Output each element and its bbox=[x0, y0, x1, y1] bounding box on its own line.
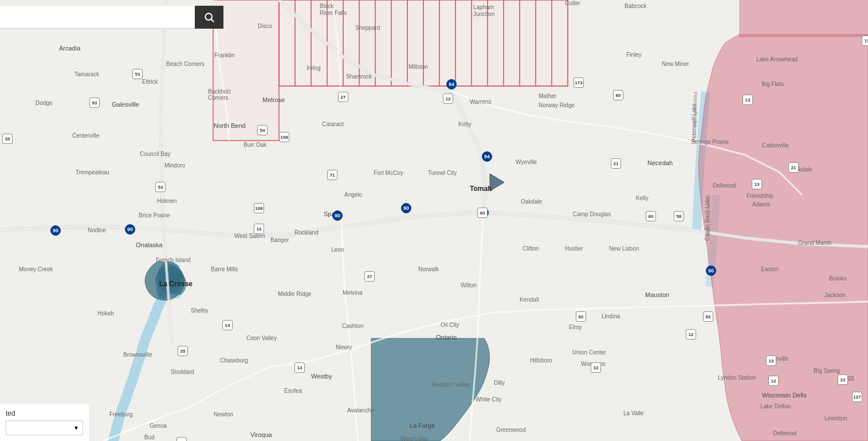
shield-i90-6: 90 bbox=[706, 266, 716, 276]
shield-108-1: 108 bbox=[279, 132, 289, 142]
shield-54: 54 bbox=[257, 125, 268, 135]
svg-rect-18 bbox=[504, 0, 520, 86]
shield-82-2: 82 bbox=[703, 311, 713, 322]
search-box bbox=[0, 6, 223, 29]
shield-14-1: 14 bbox=[222, 320, 233, 330]
svg-rect-19 bbox=[520, 0, 536, 86]
shield-80-2: 80 bbox=[646, 211, 656, 221]
svg-rect-20 bbox=[536, 0, 552, 86]
shield-33: 33 bbox=[591, 362, 601, 373]
svg-point-25 bbox=[169, 272, 186, 295]
svg-marker-27 bbox=[490, 174, 504, 191]
shield-53-1: 53 bbox=[132, 69, 143, 79]
shield-80-1: 80 bbox=[613, 90, 623, 100]
shield-i90-2: 90 bbox=[125, 224, 135, 235]
shield-71: 71 bbox=[327, 170, 337, 180]
shield-14-2: 14 bbox=[294, 362, 305, 373]
shield-12-1: 12 bbox=[443, 93, 453, 104]
shield-60: 60 bbox=[477, 208, 488, 218]
svg-rect-5 bbox=[295, 0, 311, 86]
shield-27-1: 27 bbox=[338, 92, 348, 102]
svg-rect-16 bbox=[472, 0, 488, 86]
search-input[interactable] bbox=[0, 6, 195, 29]
shield-i90-1: 90 bbox=[50, 225, 61, 236]
svg-rect-8 bbox=[343, 0, 359, 86]
svg-rect-10 bbox=[375, 0, 391, 86]
shield-23: 23 bbox=[838, 374, 848, 385]
svg-rect-15 bbox=[455, 0, 472, 86]
shield-13-1: 13 bbox=[743, 95, 753, 105]
shield-127: 127 bbox=[852, 392, 862, 402]
shield-173: 173 bbox=[574, 77, 584, 88]
shield-72: 72 bbox=[862, 36, 868, 46]
svg-rect-23 bbox=[739, 0, 868, 37]
svg-line-31 bbox=[211, 19, 214, 22]
shield-93: 93 bbox=[89, 97, 100, 108]
shield-35-1: 35 bbox=[2, 134, 13, 144]
map-container: Petenwell Lake Castle Rock Lake La Cross… bbox=[0, 0, 868, 441]
shield-58: 58 bbox=[674, 211, 684, 221]
shield-12-3: 12 bbox=[768, 376, 779, 386]
svg-rect-14 bbox=[439, 0, 455, 86]
shield-i94-1: 94 bbox=[446, 79, 457, 89]
search-button[interactable] bbox=[195, 6, 223, 29]
panel-dropdown[interactable]: ▾ bbox=[6, 420, 83, 435]
shield-i90-5: 90 bbox=[332, 210, 343, 221]
chevron-down-icon: ▾ bbox=[74, 424, 78, 432]
svg-rect-21 bbox=[552, 0, 568, 86]
left-panel: ted ▾ bbox=[0, 404, 89, 441]
shield-13-2: 13 bbox=[752, 179, 762, 189]
svg-rect-11 bbox=[391, 0, 407, 86]
svg-rect-13 bbox=[423, 0, 439, 86]
shield-27-2: 27 bbox=[364, 271, 375, 282]
label-castlerock: Castle Rock Lake bbox=[706, 195, 712, 236]
shield-53-2: 53 bbox=[155, 182, 166, 192]
shield-13-3: 13 bbox=[766, 356, 776, 366]
shield-21-1: 21 bbox=[611, 158, 621, 169]
shield-12-2: 12 bbox=[686, 329, 696, 339]
shield-82-1: 82 bbox=[576, 311, 586, 322]
shield-16: 16 bbox=[254, 224, 264, 234]
svg-rect-12 bbox=[407, 0, 423, 86]
map-svg-overlay: Petenwell Lake Castle Rock Lake bbox=[0, 0, 868, 441]
shield-35-3: 35 bbox=[176, 437, 187, 441]
shield-21-2: 21 bbox=[788, 162, 799, 173]
shield-i94-2: 94 bbox=[482, 151, 492, 162]
panel-selected-text: ted bbox=[6, 409, 83, 417]
search-icon bbox=[203, 11, 215, 23]
shield-35-2: 35 bbox=[178, 346, 188, 356]
svg-rect-17 bbox=[488, 0, 504, 86]
shield-108-2: 108 bbox=[254, 203, 264, 213]
svg-point-30 bbox=[205, 13, 212, 20]
shield-i90-3: 90 bbox=[401, 203, 411, 213]
label-petenwell: Petenwell Lake bbox=[693, 92, 698, 127]
